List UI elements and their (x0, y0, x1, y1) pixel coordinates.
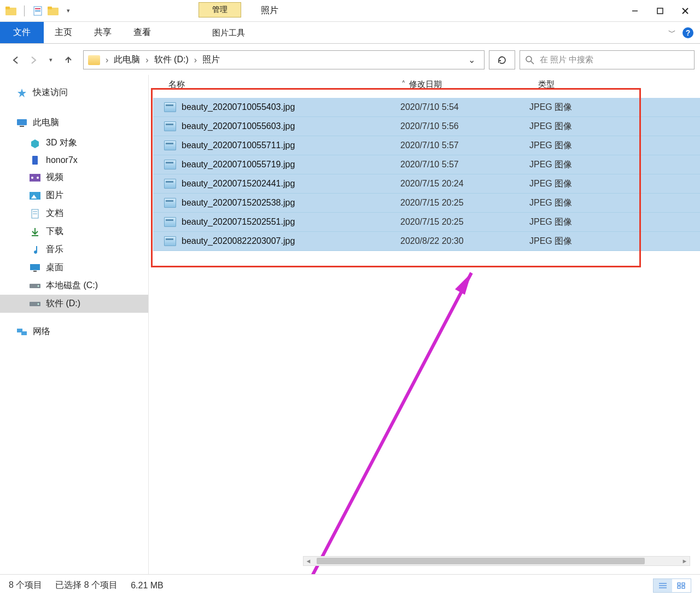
music-icon (30, 245, 40, 255)
cube-icon (30, 138, 40, 148)
properties-icon[interactable] (32, 5, 43, 16)
column-headers: 名称 ˄ 修改日期 类型 (153, 75, 700, 94)
chevron-right-icon[interactable]: › (106, 55, 108, 65)
horizontal-scrollbar[interactable]: ◄ ► (303, 556, 690, 566)
file-date: 2020/7/10 5:57 (400, 141, 529, 150)
file-type: JPEG 图像 (529, 102, 650, 113)
column-date[interactable]: 修改日期 (409, 79, 538, 90)
sidebar-item[interactable]: 图片 (0, 186, 148, 204)
column-type[interactable]: 类型 (538, 79, 658, 90)
sidebar-item[interactable]: 桌面 (0, 259, 148, 277)
details-view-button[interactable] (654, 579, 672, 592)
tab-image-tools[interactable]: 图片工具 (202, 22, 255, 44)
status-selected-count: 已选择 8 个项目 (55, 580, 118, 591)
svg-point-30 (38, 285, 39, 287)
svg-line-35 (302, 273, 471, 595)
manage-context-tab[interactable]: 管理 (199, 2, 241, 17)
tab-share[interactable]: 共享 (83, 22, 122, 43)
file-date: 2020/8/22 20:30 (400, 236, 529, 246)
column-name[interactable]: 名称 (168, 79, 404, 90)
help-icon[interactable]: ? (682, 27, 693, 38)
file-name: beauty_20200715202441.jpg (182, 179, 400, 189)
video-icon (30, 173, 40, 183)
icons-view-button[interactable] (672, 579, 691, 592)
chevron-right-icon[interactable]: › (194, 55, 197, 65)
scroll-right-icon[interactable]: ► (680, 558, 690, 564)
image-file-icon (164, 121, 176, 131)
crumb-folder[interactable]: 照片 (202, 54, 220, 66)
image-file-icon (164, 217, 176, 227)
sidebar-item[interactable]: 3D 对象 (0, 134, 148, 152)
qat-dropdown-icon[interactable]: ▾ (63, 5, 74, 16)
file-row[interactable]: beauty_20200710055719.jpg2020/7/10 5:57J… (153, 155, 700, 174)
crumb-drive[interactable]: 软件 (D:) (154, 54, 189, 66)
minimize-button[interactable] (622, 2, 648, 20)
svg-rect-14 (17, 119, 27, 125)
sidebar-item[interactable]: 文档 (0, 204, 148, 223)
monitor-icon (16, 118, 27, 128)
svg-rect-15 (20, 126, 24, 127)
back-button[interactable] (10, 54, 22, 66)
up-button[interactable] (62, 54, 74, 66)
sidebar-item[interactable]: 音乐 (0, 241, 148, 259)
file-tab[interactable]: 文件 (0, 22, 44, 43)
scroll-thumb[interactable] (317, 558, 645, 564)
sidebar-item[interactable]: 下载 (0, 223, 148, 241)
file-row[interactable]: beauty_20200715202551.jpg2020/7/15 20:25… (153, 213, 700, 232)
new-folder-icon[interactable] (48, 5, 59, 16)
svg-rect-43 (682, 586, 685, 588)
file-row[interactable]: beauty_20200710055603.jpg2020/7/10 5:56J… (153, 117, 700, 136)
breadcrumb[interactable]: › 此电脑 › 软件 (D:) › 照片 ⌄ (83, 50, 485, 69)
maximize-button[interactable] (648, 2, 673, 20)
crumb-pc[interactable]: 此电脑 (114, 54, 140, 66)
tab-home[interactable]: 主页 (44, 22, 83, 43)
breadcrumb-folder-icon (88, 55, 100, 65)
search-icon (526, 56, 534, 65)
file-list: beauty_20200710055403.jpg2020/7/10 5:54J… (153, 98, 700, 251)
tab-view[interactable]: 查看 (122, 22, 162, 43)
file-type: JPEG 图像 (529, 159, 650, 171)
sidebar-quick-access[interactable]: 快速访问 (0, 84, 148, 102)
sidebar-item[interactable]: honor7x (0, 152, 148, 168)
svg-rect-40 (678, 583, 680, 585)
sidebar-this-pc[interactable]: 此电脑 (0, 114, 148, 132)
sidebar-item[interactable]: 软件 (D:) (0, 295, 148, 313)
disk-icon (30, 281, 40, 291)
breadcrumb-dropdown-icon[interactable]: ⌄ (468, 55, 480, 65)
file-row[interactable]: beauty_20200710055711.jpg2020/7/10 5:57J… (153, 136, 700, 155)
file-date: 2020/7/15 20:25 (400, 217, 529, 227)
search-input[interactable]: 在 照片 中搜索 (520, 50, 695, 69)
refresh-button[interactable] (489, 50, 515, 69)
svg-marker-16 (31, 139, 39, 148)
forward-button[interactable] (27, 54, 39, 66)
chevron-right-icon[interactable]: › (145, 55, 148, 65)
close-button[interactable] (673, 2, 698, 20)
file-date: 2020/7/15 20:25 (400, 198, 529, 208)
main-area: 快速访问 此电脑 3D 对象honor7x视频图片文档下载音乐桌面本地磁盘 (C… (0, 75, 700, 589)
file-type: JPEG 图像 (529, 217, 650, 228)
status-item-count: 8 个项目 (9, 580, 42, 591)
network-icon (16, 327, 27, 337)
svg-rect-4 (35, 10, 40, 11)
sidebar-item-label: 快速访问 (33, 87, 68, 98)
sidebar-item[interactable]: 本地磁盘 (C:) (0, 277, 148, 295)
file-row[interactable]: beauty_20200715202441.jpg2020/7/15 20:24… (153, 174, 700, 194)
status-bar: 8 个项目 已选择 8 个项目 6.21 MB (0, 574, 700, 596)
sidebar-item[interactable]: 视频 (0, 168, 148, 186)
star-icon (16, 88, 27, 98)
svg-point-19 (31, 177, 33, 179)
picture-icon (30, 191, 40, 201)
recent-dropdown-icon[interactable]: ▾ (45, 54, 57, 66)
sidebar-network[interactable]: 网络 (0, 323, 148, 341)
file-name: beauty_20200715202538.jpg (182, 198, 400, 208)
svg-rect-8 (657, 8, 663, 14)
image-file-icon (164, 179, 176, 189)
sidebar-item-label: 文档 (46, 208, 63, 219)
scroll-left-icon[interactable]: ◄ (304, 558, 313, 564)
file-row[interactable]: beauty_20200822203007.jpg2020/8/22 20:30… (153, 232, 700, 251)
sidebar-item-label: 此电脑 (33, 117, 59, 128)
file-row[interactable]: beauty_20200715202538.jpg2020/7/15 20:25… (153, 194, 700, 213)
ribbon-collapse-icon[interactable]: ﹀ (668, 28, 676, 38)
sidebar-item-label: 视频 (46, 172, 63, 183)
file-row[interactable]: beauty_20200710055403.jpg2020/7/10 5:54J… (153, 98, 700, 117)
